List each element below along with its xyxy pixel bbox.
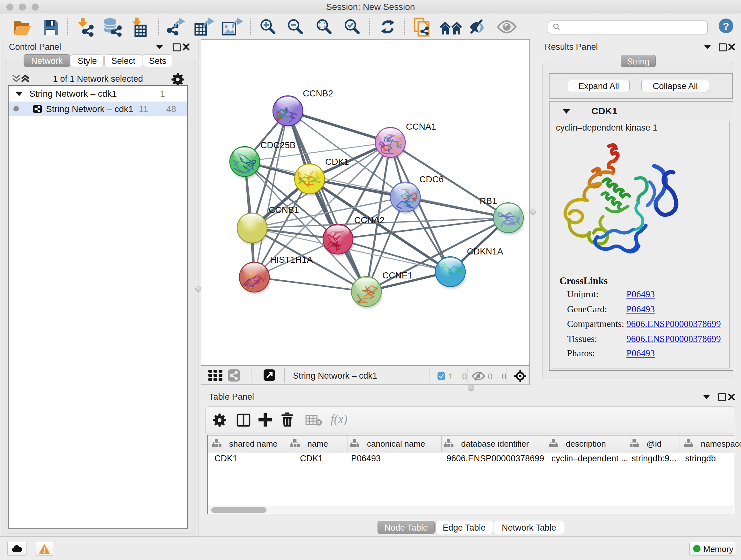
svg-text:HIST1H1A: HIST1H1A (270, 255, 313, 265)
svg-text:RB1: RB1 (480, 196, 497, 206)
svg-text:CCNE1: CCNE1 (382, 270, 413, 280)
svg-text:CCNA1: CCNA1 (406, 122, 436, 132)
svg-text:CCNB2: CCNB2 (303, 88, 333, 98)
svg-text:CDC6: CDC6 (419, 174, 444, 184)
svg-text:CDKN1A: CDKN1A (467, 246, 503, 256)
svg-text:CCNA2: CCNA2 (354, 215, 385, 225)
svg-text:CDC25B: CDC25B (260, 140, 295, 150)
svg-text:CDK1: CDK1 (325, 157, 349, 167)
svg-text:CCNB1: CCNB1 (269, 205, 299, 215)
